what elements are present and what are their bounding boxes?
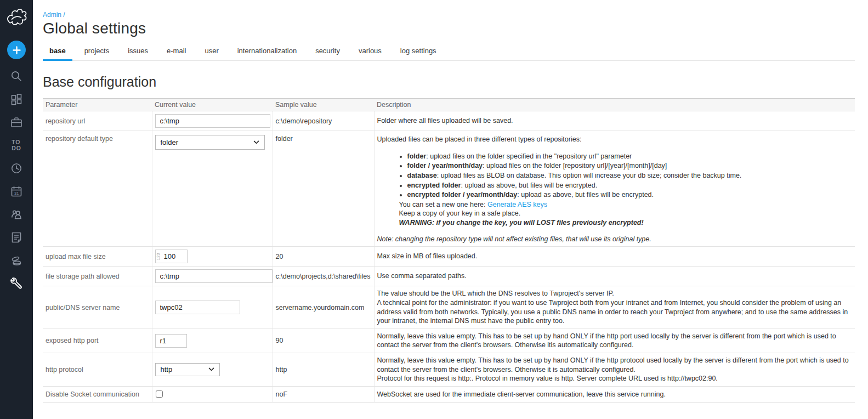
section-title: Base configuration bbox=[43, 74, 855, 90]
description-text: Uploaded files can be placed in three di… bbox=[377, 135, 850, 144]
column-header: Parameter bbox=[43, 99, 152, 111]
table-row: public/DNS server nameservername.yourdom… bbox=[43, 286, 855, 329]
parameter-label: upload max file size bbox=[43, 247, 152, 267]
description-cell: Use comma separated paths. bbox=[374, 267, 855, 286]
sidebar-item-people[interactable] bbox=[4, 206, 29, 223]
bullet-item: folder / year/month/day: upload files on… bbox=[407, 161, 850, 171]
description-cell: Normally, leave this value empty. This h… bbox=[374, 353, 855, 387]
table-row: exposed http port90Normally, leave this … bbox=[43, 329, 855, 353]
bullet-item: encrypted folder: upload as above, but f… bbox=[407, 181, 850, 190]
tab-user[interactable]: user bbox=[198, 43, 225, 61]
tab-security[interactable]: security bbox=[309, 43, 347, 61]
sample-value: noF bbox=[273, 386, 374, 402]
breadcrumb[interactable]: Admin / bbox=[43, 11, 855, 19]
table-row: repository default typefolderfolderUploa… bbox=[43, 131, 855, 247]
bullet-item: folder: upload files on the folder speci… bbox=[407, 152, 850, 161]
description-bullet-list: folder: upload files on the folder speci… bbox=[377, 152, 850, 200]
sidebar-item-todo[interactable]: TODO bbox=[4, 137, 29, 154]
description-text: WebSocket are used for the immediate cli… bbox=[377, 390, 850, 399]
value-input[interactable] bbox=[155, 269, 273, 283]
svg-text:31: 31 bbox=[14, 191, 19, 196]
description-text: The value should be the URL which the DN… bbox=[377, 289, 850, 326]
value-input[interactable] bbox=[155, 114, 270, 128]
current-value-cell: folder bbox=[152, 131, 273, 247]
current-value-cell bbox=[152, 386, 273, 402]
column-header: Current value bbox=[152, 99, 273, 111]
parameter-label: http protocol bbox=[43, 353, 152, 387]
description-text: Use comma separated paths. bbox=[377, 271, 850, 281]
sidebar-item-wrench[interactable] bbox=[4, 275, 29, 292]
number-input[interactable]: 123 bbox=[155, 250, 188, 263]
table-row: file storage path allowedc:\demo\project… bbox=[43, 267, 855, 286]
current-value-cell bbox=[152, 111, 273, 131]
select-value: folder bbox=[161, 138, 179, 146]
chevron-down-icon bbox=[208, 367, 214, 371]
value-checkbox[interactable] bbox=[156, 390, 163, 398]
sidebar-item-calendar[interactable]: 31 bbox=[4, 183, 29, 200]
parameter-label: Disable Socket communication bbox=[43, 386, 152, 402]
bullet-item: database: upload files as BLOB on databa… bbox=[407, 171, 850, 180]
description-text: Normally, leave this value empty. This h… bbox=[377, 332, 850, 350]
parameter-label: repository default type bbox=[43, 131, 152, 247]
sample-value: c:\demo\repository bbox=[273, 111, 374, 131]
tab-internationalization[interactable]: internationalization bbox=[231, 43, 303, 61]
description-cell: The value should be the URL which the DN… bbox=[374, 286, 855, 329]
warning-text: WARNING: if you change the key, you will… bbox=[399, 218, 850, 228]
sidebar-item-briefcase[interactable] bbox=[4, 114, 29, 131]
sidebar-item-notes[interactable] bbox=[4, 229, 29, 246]
tab-projects[interactable]: projects bbox=[78, 43, 116, 61]
column-header: Sample value bbox=[273, 99, 374, 111]
main-content: Admin / Global settings baseprojectsissu… bbox=[33, 0, 868, 419]
description-text: Max size in MB of files uploaded. bbox=[377, 252, 850, 261]
config-table: ParameterCurrent valueSample valueDescri… bbox=[43, 98, 855, 403]
parameter-label: repository url bbox=[43, 111, 152, 131]
table-row: http protocolhttphttpNormally, leave thi… bbox=[43, 353, 855, 387]
description-indented-lines: You can set a new one here: Generate AES… bbox=[377, 200, 850, 228]
sample-value: http bbox=[273, 353, 374, 387]
sidebar-item-dashboard[interactable] bbox=[4, 91, 29, 107]
current-value-cell: 123 bbox=[152, 247, 273, 267]
sample-value: c:\demo\projects,d:\shared\files bbox=[273, 267, 374, 286]
table-row: upload max file size12320Max size in MB … bbox=[43, 247, 855, 267]
tab-bar: baseprojectsissuese-mailuserinternationa… bbox=[43, 43, 855, 61]
description-text: Folder where all files uploaded will be … bbox=[377, 116, 850, 126]
current-value-cell bbox=[152, 329, 273, 353]
sample-value: servername.yourdomain.com bbox=[273, 286, 374, 329]
description-cell: Folder where all files uploaded will be … bbox=[374, 111, 855, 131]
description-text: Normally, leave this value empty. This h… bbox=[377, 356, 850, 383]
table-row: repository urlc:\demo\repositoryFolder w… bbox=[43, 111, 855, 131]
description-cell: Max size in MB of files uploaded. bbox=[374, 247, 855, 267]
chevron-down-icon bbox=[253, 140, 259, 144]
sidebar-item-search[interactable] bbox=[4, 68, 29, 84]
app-window: TODO31 Admin / Global settings baseproje… bbox=[0, 0, 868, 419]
value-input[interactable] bbox=[155, 334, 187, 348]
sidebar: TODO31 bbox=[0, 0, 33, 419]
parameter-label: exposed http port bbox=[43, 329, 152, 353]
description-cell: Normally, leave this value empty. This h… bbox=[374, 329, 855, 353]
description-cell: Uploaded files can be placed in three di… bbox=[374, 131, 855, 247]
sidebar-item-coins[interactable] bbox=[4, 252, 29, 269]
twproject-logo-icon[interactable] bbox=[4, 4, 29, 31]
description-line: Keep a copy of your key in a safe place. bbox=[399, 209, 850, 218]
parameter-label: file storage path allowed bbox=[43, 267, 152, 286]
numeric-badge-icon: 123 bbox=[156, 253, 162, 260]
tab-various[interactable]: various bbox=[352, 43, 388, 61]
bullet-item: encrypted folder / year/month/day: uploa… bbox=[407, 190, 850, 200]
value-select[interactable]: folder bbox=[155, 135, 265, 150]
sidebar-item-clock[interactable] bbox=[4, 160, 29, 177]
value-input[interactable] bbox=[155, 301, 240, 314]
tab-issues[interactable]: issues bbox=[121, 43, 155, 61]
tab-e-mail[interactable]: e-mail bbox=[160, 43, 192, 61]
select-value: http bbox=[161, 365, 173, 373]
tab-base[interactable]: base bbox=[43, 43, 72, 61]
description-line: You can set a new one here: Generate AES… bbox=[399, 200, 850, 210]
table-row: Disable Socket communicationnoFWebSocket… bbox=[43, 386, 855, 402]
current-value-cell bbox=[152, 286, 273, 329]
note-text: Note: changing the repository type will … bbox=[377, 235, 850, 244]
value-select[interactable]: http bbox=[155, 363, 220, 376]
tab-log-settings[interactable]: log settings bbox=[394, 43, 443, 61]
generate-aes-keys-link[interactable]: Generate AES keys bbox=[487, 201, 547, 208]
sample-value: 90 bbox=[273, 329, 374, 353]
sidebar-item-add[interactable] bbox=[7, 41, 26, 59]
sidebar-nav: TODO31 bbox=[4, 41, 29, 298]
